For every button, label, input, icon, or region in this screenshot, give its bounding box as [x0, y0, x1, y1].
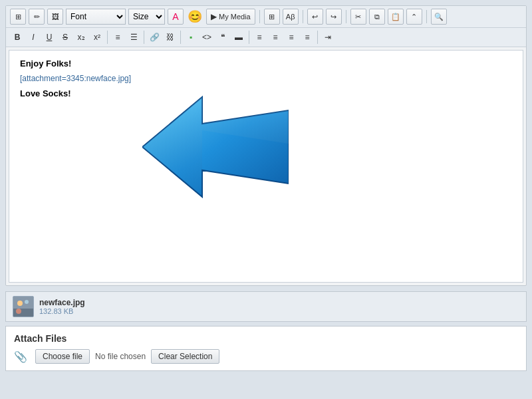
separator7 [180, 31, 181, 44]
subscript-btn[interactable]: x₂ [74, 30, 88, 45]
svg-rect-5 [13, 309, 33, 317]
paste-btn[interactable]: 📋 [388, 9, 404, 25]
underline-btn[interactable]: U [42, 30, 57, 45]
superscript-btn[interactable]: x² [90, 30, 104, 45]
editor-content[interactable]: Enjoy Folks! [attachment=3345:newface.jp… [9, 50, 523, 283]
editor-line1: Enjoy Folks! [20, 59, 512, 68]
editor-wrapper: ⊞ ✏ 🖼 Font Size A 😊 ▶ My Media ⊞ Aβ ↩ ↪ … [5, 5, 527, 286]
toolbar-row2: B I U S x₂ x² ≡ ☰ 🔗 ⛓ ▪ <> ❝ ▬ ≡ ≡ ≡ ≡ ⇥ [6, 28, 526, 47]
svg-point-3 [17, 301, 23, 306]
size-select[interactable]: Size [128, 9, 165, 25]
cut-btn[interactable]: ✂ [350, 9, 366, 25]
attachment-info: newface.jpg 132.83 KB [39, 298, 85, 315]
special-btn[interactable]: Aβ [283, 9, 299, 25]
my-media-btn[interactable]: ▶ My Media [206, 9, 255, 25]
bold-btn[interactable]: B [10, 30, 25, 45]
paperclip-icon: 📎 [14, 350, 27, 363]
separator6 [144, 31, 144, 44]
separator1 [259, 10, 260, 23]
copy-btn[interactable]: ⧉ [369, 9, 385, 25]
attachment-thumbnail [13, 296, 34, 317]
attach-files-title: Attach Files [14, 333, 518, 344]
align-center-btn[interactable]: ≡ [268, 30, 283, 45]
no-file-text: No file chosen [95, 352, 146, 361]
table-btn[interactable]: ⊞ [264, 9, 280, 25]
quote-btn[interactable]: ❝ [215, 30, 230, 45]
arrow-graphic [142, 90, 289, 203]
attach-files-section: Attach Files 📎 Choose file No file chose… [5, 326, 527, 371]
font-select[interactable]: Font [66, 9, 126, 25]
ordered-list-btn[interactable]: ≡ [110, 30, 125, 45]
separator2 [303, 10, 303, 23]
block-btn[interactable]: ▬ [231, 30, 246, 45]
color-btn[interactable]: A [168, 9, 184, 25]
unordered-list-btn[interactable]: ☰ [126, 30, 141, 45]
indent-btn[interactable]: ⇥ [321, 30, 335, 45]
unlink-btn[interactable]: ⛓ [163, 30, 178, 45]
paste-text-btn[interactable]: ⌃ [406, 9, 422, 25]
choose-file-button[interactable]: Choose file [35, 349, 90, 364]
redo-btn[interactable]: ↪ [326, 9, 342, 25]
italic-btn[interactable]: I [26, 30, 41, 45]
pencil-btn[interactable]: ✏ [29, 9, 45, 25]
align-right-btn[interactable]: ≡ [284, 30, 299, 45]
bottom-section: newface.jpg 132.83 KB Attach Files 📎 Cho… [0, 291, 532, 376]
code-btn[interactable]: <> [200, 30, 214, 45]
image-btn[interactable]: 🖼 [47, 9, 63, 25]
editor-line2: [attachment=3345:newface.jpg] [20, 74, 512, 83]
media-label: My Media [219, 13, 251, 21]
separator9 [317, 31, 318, 44]
attachment-filename: newface.jpg [39, 298, 85, 307]
link-btn[interactable]: 🔗 [147, 30, 162, 45]
attachment-filesize: 132.83 KB [39, 307, 85, 315]
toolbar-row1: ⊞ ✏ 🖼 Font Size A 😊 ▶ My Media ⊞ Aβ ↩ ↪ … [6, 6, 526, 28]
align-left-btn[interactable]: ≡ [252, 30, 267, 45]
svg-point-6 [16, 309, 21, 314]
smiley-btn[interactable]: 😊 [188, 9, 202, 24]
justify-btn[interactable]: ≡ [300, 30, 315, 45]
find-btn[interactable]: 🔍 [431, 9, 447, 25]
separator8 [249, 31, 249, 44]
source-btn[interactable]: ⊞ [10, 9, 26, 25]
attachment-area: newface.jpg 132.83 KB [5, 291, 527, 322]
clear-selection-button[interactable]: Clear Selection [151, 349, 219, 364]
svg-point-4 [25, 300, 29, 304]
separator5 [107, 31, 108, 44]
image-insert-btn[interactable]: ▪ [184, 30, 198, 45]
separator3 [346, 10, 346, 23]
media-icon: ▶ [211, 12, 217, 21]
undo-btn[interactable]: ↩ [307, 9, 323, 25]
separator4 [426, 10, 427, 23]
attach-files-row: 📎 Choose file No file chosen Clear Selec… [14, 349, 518, 364]
strikethrough-btn[interactable]: S [58, 30, 72, 45]
